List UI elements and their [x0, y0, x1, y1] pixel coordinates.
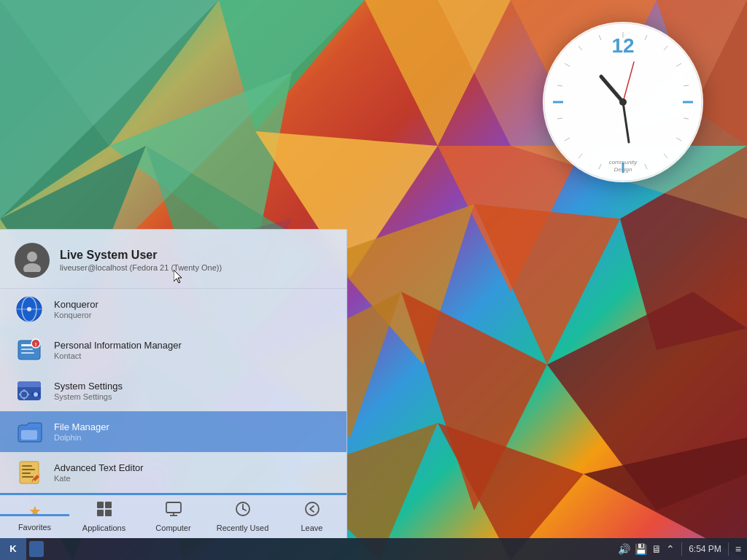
app-item-konqueror[interactable]: Konqueror Konqueror: [0, 289, 347, 330]
svg-point-66: [27, 307, 31, 311]
clock-time: 6:54 PM: [689, 544, 721, 554]
user-avatar: [15, 243, 50, 278]
svg-line-100: [243, 509, 246, 510]
tab-label: Favorites: [18, 523, 51, 532]
app-sub: System Settings: [54, 392, 123, 401]
svg-text:Design: Design: [614, 166, 632, 173]
clock-face: 12: [543, 22, 703, 182]
separator: [681, 542, 682, 556]
svg-text:K: K: [9, 543, 17, 554]
app-name: Advanced Text Editor: [54, 462, 144, 473]
app-name: File Manager: [54, 421, 109, 432]
volume-icon[interactable]: 🔊: [618, 543, 630, 555]
kate-icon: [15, 458, 44, 487]
app-name: Personal Information Manager: [54, 340, 182, 351]
tab-label: Recently Used: [217, 524, 269, 532]
tab-label: Applications: [82, 524, 125, 532]
svg-point-61: [27, 252, 37, 262]
expand-tray-icon[interactable]: ⌃: [666, 543, 675, 555]
computer-icon: [166, 501, 182, 521]
tab-computer[interactable]: Computer: [139, 495, 208, 538]
tab-label: Computer: [155, 524, 190, 532]
app-item-dolphin[interactable]: File Manager Dolphin: [0, 411, 347, 452]
systemsettings-icon: [15, 376, 44, 405]
user-profile: Live System User liveuser@localhost (Fed…: [0, 230, 347, 289]
user-email: liveuser@localhost (Fedora 21 (Twenty On…: [60, 263, 222, 272]
svg-point-62: [23, 263, 41, 272]
recently-used-icon: [235, 501, 251, 521]
leave-icon: [304, 501, 320, 521]
app-list: Konqueror Konqueror ! Personal Informati…: [0, 289, 347, 493]
tab-recently-used[interactable]: Recently Used: [208, 495, 277, 538]
svg-point-82: [34, 392, 38, 397]
app-name: Konqueror: [54, 299, 98, 310]
applications-icon: [96, 501, 112, 521]
svg-rect-87: [22, 472, 31, 474]
svg-rect-75: [18, 384, 41, 387]
taskbar-window-item[interactable]: [29, 541, 44, 557]
app-sub: Kontact: [54, 351, 182, 360]
user-info: Live System User liveuser@localhost (Fed…: [60, 249, 222, 272]
app-item-kate[interactable]: Advanced Text Editor Kate: [0, 452, 347, 493]
kontact-icon: !: [15, 335, 44, 365]
network-icon[interactable]: 🖥: [651, 543, 662, 555]
menu-nav: ★ Favorites Applications: [0, 493, 347, 538]
app-info: System Settings System Settings: [54, 381, 123, 401]
svg-point-58: [619, 98, 627, 106]
separator: [728, 542, 729, 556]
tab-applications[interactable]: Applications: [69, 495, 139, 538]
svg-rect-88: [22, 476, 34, 478]
svg-rect-69: [21, 349, 33, 350]
hdd-icon[interactable]: 💾: [635, 543, 647, 555]
tab-leave[interactable]: Leave: [277, 495, 347, 538]
taskbar-right: 🔊 💾 🖥 ⌃ 6:54 PM ≡: [618, 542, 747, 556]
svg-rect-93: [105, 510, 112, 516]
app-info: Advanced Text Editor Kate: [54, 462, 144, 483]
svg-rect-85: [22, 465, 32, 467]
svg-rect-91: [105, 502, 112, 508]
svg-text:!: !: [35, 341, 37, 348]
svg-text:community: community: [609, 159, 638, 166]
app-item-systemsettings[interactable]: System Settings System Settings: [0, 370, 347, 411]
konqueror-icon: [15, 295, 44, 324]
svg-rect-86: [22, 469, 35, 470]
svg-rect-92: [97, 510, 104, 516]
app-info: Personal Information Manager Kontact: [54, 340, 182, 360]
clock-widget: 12: [543, 22, 703, 182]
app-info: Konqueror Konqueror: [54, 299, 98, 319]
tab-label: Leave: [301, 524, 323, 532]
svg-rect-83: [21, 430, 37, 440]
svg-rect-70: [21, 352, 34, 354]
app-sub: Dolphin: [54, 433, 109, 442]
app-info: File Manager Dolphin: [54, 421, 109, 442]
user-name: Live System User: [60, 249, 222, 262]
svg-rect-90: [97, 502, 104, 508]
kde-menu-button[interactable]: K: [0, 538, 26, 560]
app-name: System Settings: [54, 381, 123, 392]
dolphin-icon: [15, 417, 44, 446]
svg-point-101: [306, 502, 319, 516]
app-sub: Kate: [54, 474, 144, 483]
tab-favorites[interactable]: ★ Favorites: [0, 495, 69, 538]
app-menu: Live System User liveuser@localhost (Fed…: [0, 229, 347, 538]
favorites-icon: ★: [28, 502, 42, 520]
app-sub: Konqueror: [54, 311, 98, 319]
taskbar: K 🔊 💾 🖥 ⌃ 6:54 PM ≡: [0, 538, 747, 560]
svg-rect-94: [166, 502, 181, 513]
taskbar-menu-icon[interactable]: ≡: [735, 543, 741, 555]
app-item-kontact[interactable]: ! Personal Information Manager Kontact: [0, 330, 347, 370]
